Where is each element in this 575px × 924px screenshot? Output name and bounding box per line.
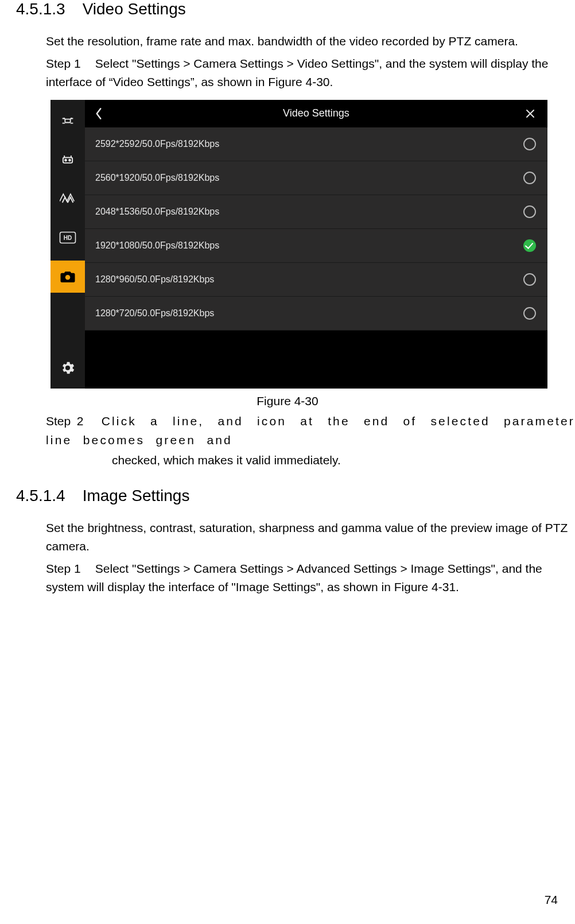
- figure-caption: Figure 4-30: [0, 394, 575, 408]
- sidebar-hd-icon[interactable]: HD: [57, 227, 78, 248]
- radio-icon[interactable]: [523, 205, 536, 218]
- heading-image-settings: 4.5.1.4Image Settings: [16, 487, 575, 505]
- heading-video-settings: 4.5.1.3Video Settings: [16, 0, 575, 18]
- sidebar-signal-icon[interactable]: [57, 188, 78, 209]
- svg-point-2: [65, 159, 67, 161]
- screenshot-main: Video Settings 2592*2592/50.0Fps/8192Kbp…: [85, 100, 547, 389]
- video-option-label: 2592*2592/50.0Fps/8192Kbps: [95, 139, 219, 149]
- heading-number: 4.5.1.4: [16, 487, 65, 504]
- radio-icon[interactable]: [523, 172, 536, 184]
- intro-image-settings: Set the brightness, contrast, saturation…: [46, 519, 575, 556]
- video-option-row[interactable]: 1280*720/50.0Fps/8192Kbps: [85, 297, 547, 331]
- svg-rect-0: [65, 119, 70, 122]
- sidebar-gear-icon[interactable]: [57, 358, 78, 378]
- video-option-row[interactable]: 1920*1080/50.0Fps/8192Kbps: [85, 229, 547, 263]
- screenshot-sidebar: HD: [50, 100, 85, 389]
- sidebar-drone-icon[interactable]: [57, 110, 78, 131]
- step1-text: Select "Settings > Camera Settings > Vid…: [46, 57, 548, 89]
- svg-text:HD: HD: [64, 235, 72, 241]
- video-option-label: 2560*1920/50.0Fps/8192Kbps: [95, 173, 219, 183]
- video-option-row[interactable]: 2560*1920/50.0Fps/8192Kbps: [85, 161, 547, 195]
- radio-selected-icon[interactable]: [523, 239, 536, 252]
- sidebar-camera-icon[interactable]: [50, 261, 85, 293]
- video-option-row[interactable]: 2048*1536/50.0Fps/8192Kbps: [85, 195, 547, 229]
- video-option-row[interactable]: 1280*960/50.0Fps/8192Kbps: [85, 263, 547, 297]
- step1-image-text: Select "Settings > Camera Settings > Adv…: [46, 562, 542, 594]
- video-option-label: 1280*960/50.0Fps/8192Kbps: [95, 274, 214, 285]
- sidebar-remote-icon[interactable]: [57, 149, 78, 170]
- step1-image-label: Step 1: [46, 560, 92, 579]
- video-option-label: 2048*1536/50.0Fps/8192Kbps: [95, 207, 219, 217]
- step1-video: Step 1 Select "Settings > Camera Setting…: [46, 55, 575, 92]
- close-icon[interactable]: [519, 100, 542, 127]
- video-option-label: 1920*1080/50.0Fps/8192Kbps: [95, 240, 219, 251]
- screenshot-header: Video Settings: [85, 100, 547, 127]
- radio-icon[interactable]: [523, 273, 536, 286]
- page: 4.5.1.3Video Settings Set the resolution…: [0, 0, 575, 924]
- heading-title: Image Settings: [83, 487, 190, 504]
- page-number: 74: [545, 893, 558, 907]
- radio-icon[interactable]: [523, 138, 536, 150]
- svg-point-3: [69, 159, 71, 161]
- video-option-label: 1280*720/50.0Fps/8192Kbps: [95, 308, 214, 319]
- svg-point-6: [65, 275, 71, 280]
- step2-line2: checked, which makes it valid immediatel…: [112, 453, 575, 467]
- step2-line1: Click a line, and icon at the end of sel…: [46, 414, 575, 447]
- heading-title: Video Settings: [83, 0, 186, 18]
- screenshot-title: Video Settings: [85, 107, 547, 119]
- heading-number: 4.5.1.3: [16, 0, 65, 18]
- radio-icon[interactable]: [523, 307, 536, 320]
- step2-label: Step 2: [46, 414, 83, 428]
- step1-image: Step 1 Select "Settings > Camera Setting…: [46, 560, 575, 597]
- step1-label: Step 1: [46, 55, 92, 73]
- screenshot-list: 2592*2592/50.0Fps/8192Kbps 2560*1920/50.…: [85, 127, 547, 331]
- back-icon[interactable]: [85, 100, 112, 127]
- step2-video: Step 2 Click a line, and icon at the end…: [46, 411, 575, 450]
- screenshot-video-settings: HD: [50, 100, 547, 389]
- intro-video-settings: Set the resolution, frame rate and max. …: [46, 32, 575, 51]
- video-option-row[interactable]: 2592*2592/50.0Fps/8192Kbps: [85, 127, 547, 161]
